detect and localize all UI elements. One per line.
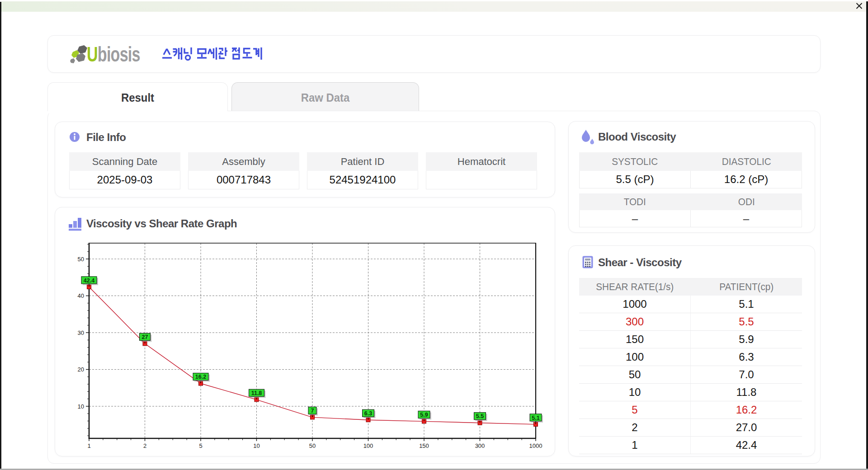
svg-text:40: 40 bbox=[78, 292, 84, 299]
svg-text:1: 1 bbox=[87, 442, 90, 449]
svg-text:20: 20 bbox=[78, 366, 84, 373]
svg-text:150: 150 bbox=[419, 442, 429, 449]
svg-text:1000: 1000 bbox=[529, 442, 542, 449]
svg-text:5: 5 bbox=[199, 442, 202, 449]
svg-text:10: 10 bbox=[253, 442, 259, 449]
svg-text:27: 27 bbox=[142, 334, 148, 340]
svg-text:5.1: 5.1 bbox=[532, 415, 539, 421]
svg-text:5.9: 5.9 bbox=[420, 412, 428, 418]
svg-text:10: 10 bbox=[78, 403, 84, 410]
svg-text:2: 2 bbox=[143, 442, 146, 449]
svg-text:100: 100 bbox=[363, 442, 373, 449]
svg-text:11.8: 11.8 bbox=[251, 390, 262, 396]
svg-text:50: 50 bbox=[78, 256, 84, 263]
svg-text:50: 50 bbox=[309, 442, 316, 449]
svg-text:6.3: 6.3 bbox=[364, 410, 372, 417]
svg-text:5.5: 5.5 bbox=[476, 413, 484, 419]
svg-text:7: 7 bbox=[311, 408, 314, 414]
svg-text:300: 300 bbox=[475, 442, 485, 449]
svg-text:16.2: 16.2 bbox=[195, 374, 206, 380]
svg-text:30: 30 bbox=[78, 329, 84, 336]
svg-text:42.4: 42.4 bbox=[84, 277, 94, 284]
